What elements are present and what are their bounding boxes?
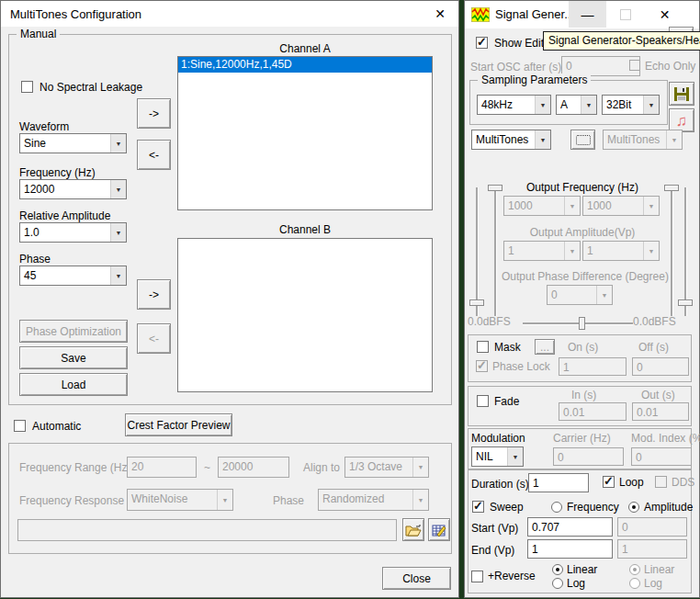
linear-radio-b[interactable]	[629, 564, 640, 575]
level-slider-handle-b-right[interactable]	[664, 185, 679, 191]
chevron-down-icon[interactable]: ▼	[110, 134, 126, 153]
mask-more-button[interactable]: ...	[535, 339, 555, 355]
align-to-select[interactable]: 1/3 Octave▼	[344, 457, 429, 478]
signal-generator-titlebar: Signal Gener... — ✕	[465, 1, 699, 28]
chevron-down-icon[interactable]: ▼	[110, 266, 126, 285]
balance-slider-handle[interactable]	[579, 317, 585, 330]
manual-group-label: Manual	[17, 28, 60, 40]
chevron-down-icon[interactable]: ▼	[507, 447, 523, 466]
log-radio-a[interactable]	[552, 578, 563, 589]
open-file-button[interactable]	[402, 518, 424, 541]
channel-a-item[interactable]: 1:Sine,12000Hz,1,45D	[178, 57, 432, 73]
sampling-channel-select[interactable]: A▼	[556, 95, 597, 115]
mask-on-field[interactable]: 1	[559, 357, 627, 376]
end-vp-b-field[interactable]: 1	[617, 539, 687, 559]
echo-only-checkbox[interactable]	[629, 60, 640, 71]
phase-select[interactable]: 45▼	[19, 266, 127, 286]
fade-out-field[interactable]: 0.01	[632, 402, 689, 421]
sweep-label: Sweep	[490, 501, 524, 514]
frequency-range-from-field[interactable]: 20	[127, 457, 197, 478]
dds-checkbox[interactable]	[655, 476, 667, 488]
show-editor-checkbox[interactable]	[476, 37, 488, 49]
chevron-down-icon[interactable]: ▼	[535, 130, 550, 149]
frequency-label: Frequency (Hz)	[19, 166, 96, 179]
add-to-channel-b-button[interactable]: ->	[137, 279, 171, 310]
output-amplitude-a-select[interactable]: 1▼	[503, 241, 581, 261]
linear-radio-a[interactable]	[552, 564, 563, 575]
output-frequency-a-select[interactable]: 1000▼	[503, 196, 581, 216]
save-button[interactable]: Save	[19, 346, 128, 369]
output-amplitude-b-select[interactable]: 1▼	[582, 241, 660, 261]
file-path-field[interactable]	[17, 519, 397, 541]
loop-label: Loop	[619, 476, 644, 489]
chevron-down-icon[interactable]: ▼	[581, 96, 596, 114]
chevron-down-icon[interactable]: ▼	[643, 96, 659, 114]
level-slider-handle-a-right[interactable]	[678, 300, 693, 306]
channel-b-label: Channel B	[177, 223, 433, 236]
phase-lock-checkbox[interactable]	[476, 360, 488, 372]
chevron-down-icon[interactable]: ▼	[535, 96, 550, 114]
load-button[interactable]: Load	[19, 373, 128, 396]
carrier-field[interactable]: 0	[553, 447, 624, 466]
save-wave-button[interactable]	[669, 82, 694, 106]
remove-from-channel-b-button[interactable]: <-	[137, 323, 171, 354]
output-phase-difference-select[interactable]: 0▼	[547, 285, 613, 305]
loop-checkbox[interactable]	[603, 476, 615, 488]
sweep-frequency-radio[interactable]	[551, 502, 562, 513]
level-slider-handle-a-left[interactable]	[469, 300, 484, 306]
level-slider-handle-b-left[interactable]	[488, 185, 502, 191]
mask-off-field[interactable]: 0	[632, 357, 689, 376]
frequency-range-to-field[interactable]: 20000	[218, 457, 289, 478]
dotted-rect-icon	[576, 135, 591, 145]
automatic-checkbox[interactable]	[14, 420, 26, 432]
maximize-icon[interactable]	[606, 1, 644, 28]
crest-factor-preview-button[interactable]: Crest Factor Preview	[125, 413, 232, 436]
duration-field[interactable]: 1	[528, 473, 589, 492]
level-slider-track-a-left	[476, 187, 478, 316]
add-to-channel-a-button[interactable]: ->	[137, 98, 171, 129]
close-icon[interactable]: ✕	[644, 1, 685, 28]
channel-a-list[interactable]: 1:Sine,12000Hz,1,45D	[177, 56, 433, 210]
fade-out-label: Out (s)	[641, 389, 675, 401]
no-spectral-leakage-checkbox[interactable]	[21, 81, 33, 93]
sampling-rate-select[interactable]: 48kHz▼	[477, 95, 551, 115]
relative-amplitude-select[interactable]: 1.0▼	[19, 222, 127, 243]
start-vp-b-field[interactable]: 0	[617, 517, 687, 537]
sweep-amplitude-radio[interactable]	[628, 502, 639, 513]
multitones-config-button[interactable]	[570, 130, 595, 150]
chevron-down-icon[interactable]: ▼	[110, 180, 126, 198]
close-button[interactable]: Close	[382, 567, 451, 590]
log-radio-b[interactable]	[629, 578, 640, 589]
linear-label-b: Linear	[644, 563, 674, 576]
mask-checkbox[interactable]	[477, 341, 489, 353]
end-vp-field[interactable]: 1	[527, 539, 613, 559]
phase-optimization-button[interactable]: Phase Optimization	[19, 320, 128, 343]
modulation-type-select[interactable]: NIL▼	[471, 446, 524, 467]
sampling-bits-select[interactable]: 32Bit▼	[602, 95, 660, 115]
close-icon[interactable]: ✕	[425, 1, 455, 27]
waveform-select[interactable]: Sine▼	[19, 133, 127, 153]
sweep-checkbox[interactable]	[472, 501, 484, 513]
output-frequency-b-select[interactable]: 1000▼	[582, 196, 660, 216]
mod-index-label: Mod. Index (%)	[631, 432, 700, 445]
frequency-range-label: Frequency Range (Hz)	[19, 461, 130, 474]
no-spectral-leakage-label: No Spectral Leakage	[40, 81, 142, 94]
auto-phase-select[interactable]: Randomized▼	[318, 489, 429, 511]
minimize-icon[interactable]: —	[569, 1, 606, 28]
mod-index-field[interactable]: 0	[631, 447, 692, 466]
end-vp-label: End (Vp)	[471, 544, 514, 557]
reverse-checkbox[interactable]	[471, 571, 483, 582]
fade-checkbox[interactable]	[477, 395, 489, 407]
chevron-down-icon[interactable]: ▼	[110, 223, 126, 242]
channel-b-list[interactable]	[177, 238, 433, 392]
edit-table-button[interactable]	[428, 518, 450, 541]
start-vp-field[interactable]: 0.707	[527, 517, 613, 537]
frequency-select[interactable]: 12000▼	[19, 179, 127, 199]
remove-from-channel-a-button[interactable]: <-	[137, 140, 171, 170]
start-osc-label: Start OSC after (s)	[470, 61, 561, 73]
frequency-response-select[interactable]: WhiteNoise▼	[127, 489, 233, 511]
wave-type-a-select[interactable]: MultiTones▼	[471, 130, 551, 150]
channel-a-label: Channel A	[177, 42, 433, 55]
wave-type-b-select[interactable]: MultiTones▼	[603, 130, 683, 150]
fade-in-field[interactable]: 0.01	[559, 402, 627, 421]
